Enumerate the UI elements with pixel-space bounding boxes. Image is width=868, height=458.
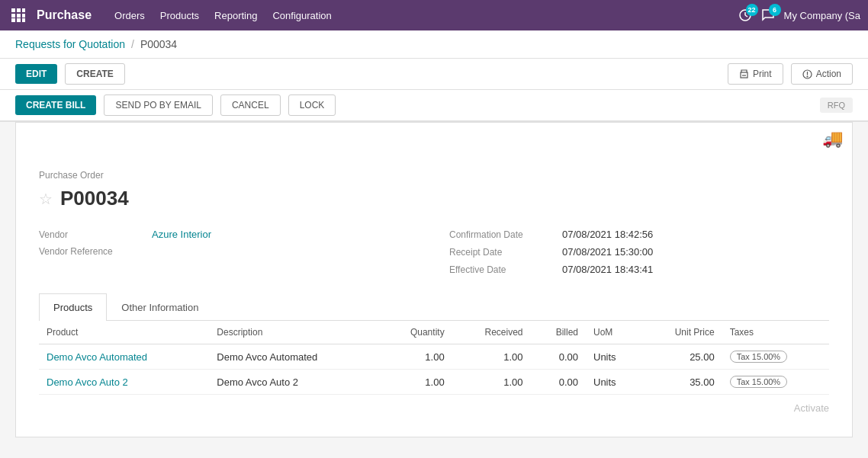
create-button[interactable]: CREATE bbox=[65, 63, 124, 85]
rfq-badge: RFQ bbox=[820, 98, 853, 113]
clock-badge: 22 bbox=[746, 4, 758, 16]
receipt-date-label: Receipt Date bbox=[449, 247, 556, 258]
doc-id: P00034 bbox=[60, 187, 129, 210]
col-received: Received bbox=[452, 321, 531, 344]
create-bill-button[interactable]: CREATE BILL bbox=[15, 95, 96, 115]
product-name[interactable]: Demo Avco Automated bbox=[39, 344, 209, 370]
tab-products[interactable]: Products bbox=[39, 293, 107, 321]
chat-badge: 6 bbox=[769, 4, 781, 16]
nav-right: 22 6 My Company (Sa bbox=[738, 8, 860, 22]
cancel-button[interactable]: CANCEL bbox=[220, 94, 281, 116]
svg-rect-3 bbox=[11, 14, 15, 18]
action-bar: EDIT CREATE Print Action bbox=[0, 59, 868, 90]
col-taxes: Taxes bbox=[722, 321, 829, 344]
breadcrumb-parent[interactable]: Requests for Quotation bbox=[15, 38, 125, 50]
effective-date-value: 07/08/2021 18:43:41 bbox=[562, 264, 653, 275]
product-quantity: 1.00 bbox=[380, 370, 452, 395]
table-row: Demo Avco Automated Demo Avco Automated … bbox=[39, 344, 829, 370]
svg-rect-8 bbox=[22, 18, 25, 22]
grid-icon[interactable] bbox=[8, 5, 29, 26]
col-description: Description bbox=[209, 321, 379, 344]
svg-point-16 bbox=[807, 76, 808, 77]
print-button[interactable]: Print bbox=[728, 63, 783, 85]
vendor-ref-row: Vendor Reference bbox=[39, 243, 419, 260]
vendor-row: Vendor Azure Interior bbox=[39, 226, 419, 243]
svg-line-11 bbox=[745, 15, 747, 17]
vendor-label: Vendor bbox=[39, 229, 146, 240]
col-quantity: Quantity bbox=[380, 321, 452, 344]
svg-rect-4 bbox=[17, 14, 21, 18]
product-description: Demo Avco Automated bbox=[209, 344, 379, 370]
app-name: Purchase bbox=[37, 8, 92, 22]
clock-button[interactable]: 22 bbox=[738, 8, 752, 22]
activate-watermark: Activate bbox=[39, 395, 829, 421]
col-uom: UoM bbox=[586, 321, 641, 344]
tabs-row: Products Other Information bbox=[39, 293, 829, 321]
delivery-icon-bar: 🚚 bbox=[15, 122, 853, 155]
nav-reporting[interactable]: Reporting bbox=[214, 10, 257, 21]
col-unit-price: Unit Price bbox=[641, 321, 722, 344]
print-label: Print bbox=[753, 69, 772, 79]
chat-button[interactable]: 6 bbox=[761, 8, 775, 22]
product-description: Demo Avco Auto 2 bbox=[209, 370, 379, 395]
breadcrumb: Requests for Quotation / P00034 bbox=[0, 30, 868, 59]
effective-date-row: Effective Date 07/08/2021 18:43:41 bbox=[449, 261, 829, 278]
fields-grid: Vendor Azure Interior Vendor Reference C… bbox=[39, 226, 829, 278]
edit-button[interactable]: EDIT bbox=[15, 64, 57, 84]
svg-rect-5 bbox=[22, 14, 25, 18]
product-unit-price: 25.00 bbox=[641, 344, 722, 370]
product-uom: Units bbox=[586, 370, 641, 395]
action-label: Action bbox=[816, 69, 841, 79]
product-name[interactable]: Demo Avco Auto 2 bbox=[39, 370, 209, 395]
svg-rect-7 bbox=[17, 18, 21, 22]
favorite-star-icon[interactable]: ☆ bbox=[39, 190, 53, 208]
product-taxes: Tax 15.00% bbox=[722, 344, 829, 370]
table-body: Demo Avco Automated Demo Avco Automated … bbox=[39, 344, 829, 395]
doc-type-label: Purchase Order bbox=[39, 170, 829, 181]
doc-title-row: ☆ P00034 bbox=[39, 187, 829, 210]
nav-configuration[interactable]: Configuration bbox=[272, 10, 331, 21]
send-po-email-button[interactable]: SEND PO BY EMAIL bbox=[104, 94, 212, 116]
lock-button[interactable]: LOCK bbox=[288, 94, 336, 116]
right-fields: Confirmation Date 07/08/2021 18:42:56 Re… bbox=[449, 226, 829, 278]
confirmation-date-value: 07/08/2021 18:42:56 bbox=[562, 229, 653, 240]
main-content: 🚚 Purchase Order ☆ P00034 Vendor Azure I… bbox=[0, 122, 868, 453]
svg-rect-0 bbox=[11, 8, 15, 12]
nav-orders[interactable]: Orders bbox=[114, 10, 145, 21]
left-fields: Vendor Azure Interior Vendor Reference bbox=[39, 226, 419, 278]
col-billed: Billed bbox=[531, 321, 587, 344]
form-card: Purchase Order ☆ P00034 Vendor Azure Int… bbox=[15, 155, 853, 437]
nav-links: Orders Products Reporting Configuration bbox=[114, 10, 738, 21]
receipt-date-value: 07/08/2021 15:30:00 bbox=[562, 246, 653, 258]
confirmation-date-row: Confirmation Date 07/08/2021 18:42:56 bbox=[449, 226, 829, 243]
product-unit-price: 35.00 bbox=[641, 370, 722, 395]
svg-rect-2 bbox=[22, 8, 25, 12]
table-header: Product Description Quantity Received Bi… bbox=[39, 321, 829, 344]
product-uom: Units bbox=[586, 344, 641, 370]
effective-date-label: Effective Date bbox=[449, 264, 556, 275]
products-table: Product Description Quantity Received Bi… bbox=[39, 321, 829, 395]
breadcrumb-separator: / bbox=[131, 38, 134, 50]
secondary-action-bar: CREATE BILL SEND PO BY EMAIL CANCEL LOCK… bbox=[0, 90, 868, 122]
product-billed: 0.00 bbox=[531, 370, 587, 395]
tab-other-information[interactable]: Other Information bbox=[107, 293, 213, 321]
receipt-date-row: Receipt Date 07/08/2021 15:30:00 bbox=[449, 243, 829, 261]
confirmation-date-label: Confirmation Date bbox=[449, 229, 556, 240]
top-navigation: Purchase Orders Products Reporting Confi… bbox=[0, 0, 868, 30]
product-received: 1.00 bbox=[452, 370, 531, 395]
product-quantity: 1.00 bbox=[380, 344, 452, 370]
col-product: Product bbox=[39, 321, 209, 344]
svg-rect-6 bbox=[11, 18, 15, 22]
nav-products[interactable]: Products bbox=[160, 10, 199, 21]
delivery-truck-icon[interactable]: 🚚 bbox=[822, 129, 843, 149]
vendor-value[interactable]: Azure Interior bbox=[152, 229, 211, 240]
product-billed: 0.00 bbox=[531, 344, 587, 370]
product-taxes: Tax 15.00% bbox=[722, 370, 829, 395]
breadcrumb-current: P00034 bbox=[140, 38, 177, 50]
svg-rect-1 bbox=[17, 8, 21, 12]
action-button[interactable]: Action bbox=[791, 63, 853, 85]
table-row: Demo Avco Auto 2 Demo Avco Auto 2 1.00 1… bbox=[39, 370, 829, 395]
product-received: 1.00 bbox=[452, 344, 531, 370]
company-name: My Company (Sa bbox=[784, 10, 860, 21]
vendor-ref-label: Vendor Reference bbox=[39, 246, 146, 257]
